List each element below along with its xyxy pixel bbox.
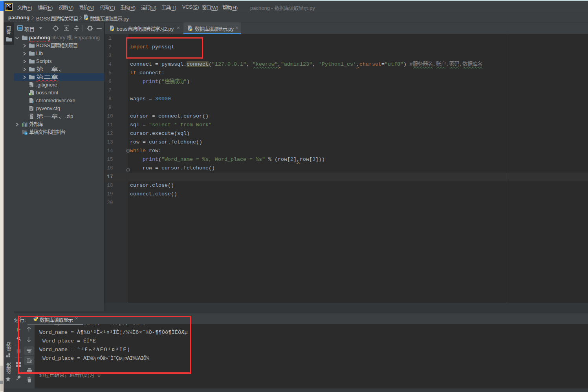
svg-text:H: H — [29, 93, 31, 96]
svg-text:?: ? — [32, 100, 34, 104]
